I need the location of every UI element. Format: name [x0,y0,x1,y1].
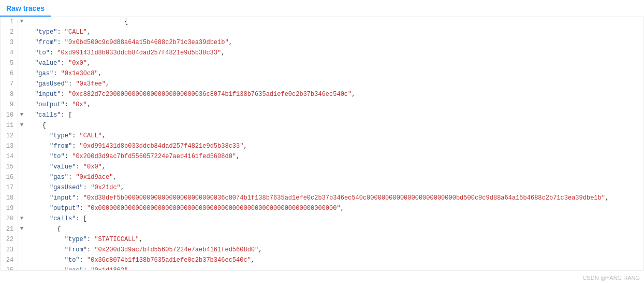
line-number: 17 [1,183,18,193]
line-content: "from": "0x200d3d9ac7bfd556057224e7aeb41… [25,245,643,256]
line-number: 25 [1,266,18,271]
table-row: 24 "to": "0x36c8074b1f138b7635ad1efe0c2b… [1,256,643,266]
table-row: 12 "type": "CALL", [1,131,643,142]
table-row: 3 "from": "0x0bd500c9c9d88a64a15b4688c2b… [1,38,643,48]
fold-arrow [18,162,25,173]
line-content: "input": "0xd38def5b00000000000000000000… [25,193,643,204]
line-content: "gas": "0x1d9ace", [25,173,643,183]
line-number: 11 [1,121,18,131]
line-content: "gas": "0x1d1862", [25,266,643,271]
fold-arrow [18,100,25,110]
fold-arrow [18,183,25,193]
header: Raw traces [0,0,644,17]
line-number: 1 [1,17,18,27]
line-number: 18 [1,193,18,204]
line-content: "to": "0x36c8074b1f138b7635ad1efe0c2b37b… [25,256,643,266]
fold-arrow [18,256,25,266]
line-number: 16 [1,173,18,183]
line-content: "value": "0x0", [25,59,643,69]
fold-arrow [18,48,25,59]
fold-arrow[interactable]: ▼ [18,121,25,131]
line-content: "calls": [ [25,214,643,224]
line-number: 14 [1,152,18,162]
line-number: 15 [1,162,18,173]
fold-arrow [18,27,25,38]
fold-arrow [18,59,25,69]
line-content: "value": "0x0", [25,162,643,173]
line-content: "type": "STATICCALL", [25,235,643,245]
line-content: "calls": [ [25,110,643,121]
table-row: 14 "to": "0x200d3d9ac7bfd556057224e7aeb4… [1,152,643,162]
fold-arrow[interactable]: ▼ [18,224,25,235]
table-row: 2 "type": "CALL", [1,27,643,38]
line-content: "type": "CALL", [25,131,643,142]
table-row: 5 "value": "0x0", [1,59,643,69]
line-content: "gasUsed": "0x21dc", [25,183,643,193]
table-row: 18 "input": "0xd38def5b00000000000000000… [1,193,643,204]
line-content: "from": "0x0bd500c9c9d88a64a15b4688c2b71… [25,38,643,48]
fold-arrow [18,69,25,79]
line-number: 4 [1,48,18,59]
table-row: 23 "from": "0x200d3d9ac7bfd556057224e7ae… [1,245,643,256]
line-content: "gasUsed": "0x3fee", [25,79,643,90]
line-content: "output": "0x000000000000000000000000000… [25,204,643,214]
line-number: 21 [1,224,18,235]
table-row: 21▼ { [1,224,643,235]
line-number: 6 [1,69,18,79]
line-number: 3 [1,38,18,48]
line-content: "input": "0xc882d7c200000000000000000000… [25,90,643,100]
fold-arrow [18,193,25,204]
table-row: 11▼ { [1,121,643,131]
fold-arrow [18,90,25,100]
line-content: { [25,17,643,27]
table-row: 1▼ { [1,17,643,27]
table-row: 20▼ "calls": [ [1,214,643,224]
code-container[interactable]: 1▼ {2 "type": "CALL",3 "from": "0x0bd500… [0,17,644,271]
fold-arrow[interactable]: ▼ [18,17,25,27]
line-number: 8 [1,90,18,100]
line-number: 7 [1,79,18,90]
table-row: 4 "to": "0xd991431d8b033ddcb84dad257f482… [1,48,643,59]
table-row: 13 "from": "0xd991431d8b033ddcb84dad257f… [1,142,643,152]
line-number: 13 [1,142,18,152]
line-number: 5 [1,59,18,69]
fold-arrow [18,131,25,142]
table-row: 16 "gas": "0x1d9ace", [1,173,643,183]
line-content: { [25,121,643,131]
table-row: 25 "gas": "0x1d1862", [1,266,643,271]
line-number: 22 [1,235,18,245]
table-row: 8 "input": "0xc882d7c2000000000000000000… [1,90,643,100]
line-number: 20 [1,214,18,224]
line-number: 24 [1,256,18,266]
code-table: 1▼ {2 "type": "CALL",3 "from": "0x0bd500… [1,17,643,271]
fold-arrow [18,204,25,214]
table-row: 19 "output": "0x000000000000000000000000… [1,204,643,214]
table-row: 22 "type": "STATICCALL", [1,235,643,245]
table-row: 9 "output": "0x", [1,100,643,110]
line-content: "type": "CALL", [25,27,643,38]
table-row: 17 "gasUsed": "0x21dc", [1,183,643,193]
fold-arrow[interactable]: ▼ [18,214,25,224]
table-row: 6 "gas": "0x1e30c8", [1,69,643,79]
line-number: 23 [1,245,18,256]
fold-arrow [18,152,25,162]
line-content: "to": "0xd991431d8b033ddcb84dad257f4821e… [25,48,643,59]
line-content: "from": "0xd991431d8b033ddcb84dad257f482… [25,142,643,152]
table-row: 15 "value": "0x0", [1,162,643,173]
table-row: 10▼ "calls": [ [1,110,643,121]
line-number: 9 [1,100,18,110]
fold-arrow [18,235,25,245]
table-row: 7 "gasUsed": "0x3fee", [1,79,643,90]
fold-arrow [18,266,25,271]
line-content: "to": "0x200d3d9ac7bfd556057224e7aeb4161… [25,152,643,162]
line-content: "gas": "0x1e30c8", [25,69,643,79]
line-number: 19 [1,204,18,214]
line-content: "output": "0x", [25,100,643,110]
fold-arrow [18,38,25,48]
page-title: Raw traces [6,4,45,16]
line-number: 2 [1,27,18,38]
fold-arrow [18,79,25,90]
line-number: 10 [1,110,18,121]
fold-arrow[interactable]: ▼ [18,110,25,121]
fold-arrow [18,142,25,152]
